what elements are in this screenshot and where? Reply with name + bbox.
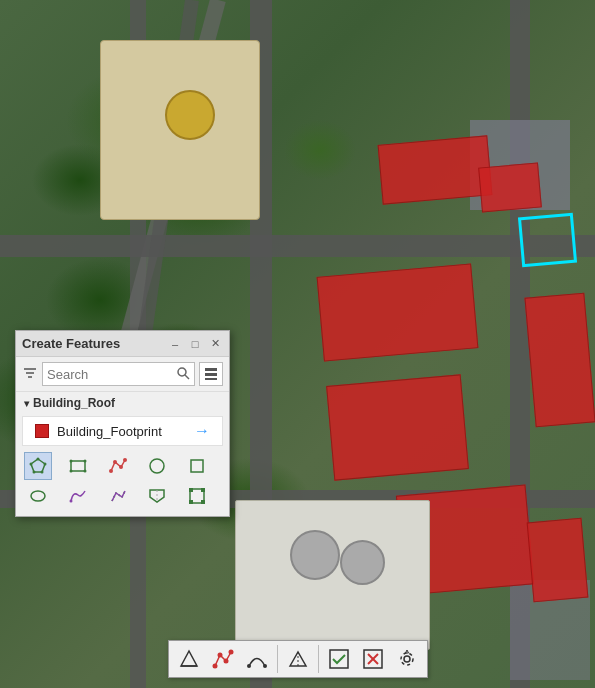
curve-tool[interactable]	[241, 643, 273, 675]
svg-point-3	[178, 368, 186, 376]
svg-point-16	[83, 460, 86, 463]
feature-swatch	[35, 424, 49, 438]
arc-tool[interactable]	[282, 643, 314, 675]
svg-marker-8	[31, 459, 45, 472]
auto-complete-tool[interactable]	[143, 482, 171, 510]
svg-point-13	[30, 463, 33, 466]
sketch-polygon-tool[interactable]	[24, 452, 52, 480]
svg-point-10	[44, 463, 47, 466]
svg-point-41	[263, 664, 267, 668]
svg-rect-5	[205, 368, 217, 371]
svg-rect-33	[201, 500, 205, 504]
svg-line-4	[185, 375, 189, 379]
panel-close-button[interactable]: ✕	[207, 336, 223, 352]
svg-point-25	[31, 491, 45, 501]
search-icon[interactable]	[176, 366, 190, 382]
svg-point-23	[150, 459, 164, 473]
square-tool[interactable]	[183, 452, 211, 480]
svg-point-9	[37, 458, 40, 461]
svg-rect-7	[205, 378, 217, 380]
settings-button[interactable]	[391, 643, 423, 675]
svg-rect-32	[189, 500, 193, 504]
vertices-tool[interactable]	[104, 452, 132, 480]
svg-marker-34	[181, 651, 197, 666]
feature-label: Building_Footprint	[57, 424, 186, 439]
feature-item[interactable]: Building_Footprint →	[22, 416, 223, 446]
svg-rect-31	[201, 488, 205, 492]
svg-rect-6	[205, 373, 217, 376]
edit-vertices-tool[interactable]	[183, 482, 211, 510]
search-input[interactable]	[47, 367, 176, 382]
svg-point-37	[217, 653, 222, 658]
svg-point-15	[69, 460, 72, 463]
vertices-editor[interactable]	[207, 643, 239, 675]
svg-point-49	[401, 653, 413, 665]
svg-rect-30	[189, 488, 193, 492]
panel-titlebar: Create Features – □ ✕	[16, 331, 229, 357]
trace-tool[interactable]	[104, 482, 132, 510]
rectangle-tool[interactable]	[64, 452, 92, 480]
filter-icon[interactable]	[22, 365, 38, 384]
svg-point-26	[69, 500, 72, 503]
svg-marker-42	[290, 652, 306, 666]
svg-point-39	[228, 650, 233, 655]
freehand-tool[interactable]	[64, 482, 92, 510]
svg-point-11	[41, 471, 44, 474]
tools-grid	[16, 448, 229, 516]
delete-sketch-tool[interactable]	[357, 643, 389, 675]
svg-point-18	[83, 470, 86, 473]
panel-search-row	[16, 357, 229, 392]
feature-arrow: →	[194, 422, 210, 440]
create-features-panel: Create Features – □ ✕	[15, 330, 230, 517]
svg-point-22	[123, 458, 127, 462]
svg-point-36	[212, 664, 217, 669]
finish-sketch-tool[interactable]	[323, 643, 355, 675]
search-box	[42, 362, 195, 386]
svg-point-19	[109, 469, 113, 473]
svg-point-40	[247, 664, 251, 668]
svg-rect-24	[191, 460, 203, 472]
ellipse-tool[interactable]	[24, 482, 52, 510]
panel-minimize-button[interactable]: –	[167, 336, 183, 352]
reshape-tool[interactable]	[173, 643, 205, 675]
toolbar-divider-2	[318, 645, 319, 673]
panel-restore-button[interactable]: □	[187, 336, 203, 352]
panel-title: Create Features	[22, 336, 120, 351]
svg-point-21	[119, 465, 123, 469]
bottom-toolbar	[168, 640, 428, 678]
circle-tool[interactable]	[143, 452, 171, 480]
svg-point-48	[404, 656, 410, 662]
panel-controls: – □ ✕	[167, 336, 223, 352]
svg-point-17	[69, 470, 72, 473]
svg-point-38	[223, 659, 228, 664]
svg-rect-44	[330, 650, 348, 668]
list-view-button[interactable]	[199, 362, 223, 386]
toolbar-divider	[277, 645, 278, 673]
svg-rect-14	[71, 461, 85, 471]
svg-point-20	[113, 460, 117, 464]
chevron-icon: ▾	[24, 398, 29, 409]
section-label[interactable]: ▾ Building_Roof	[16, 392, 229, 414]
svg-point-12	[33, 471, 36, 474]
